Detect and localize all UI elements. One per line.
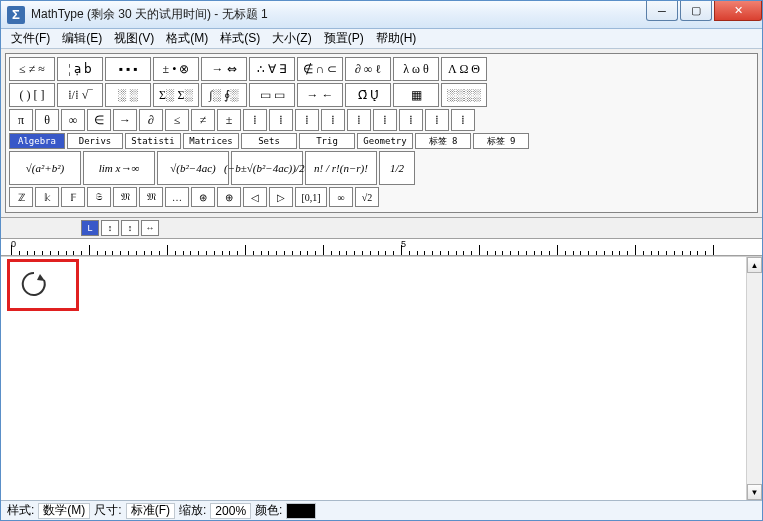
expr-quadratic[interactable]: (−b±√(b²−4ac))/2a	[231, 151, 303, 185]
sym-triangleright[interactable]: ▷	[269, 187, 293, 207]
palette-embellish[interactable]: ▪ ▪ ▪	[105, 57, 151, 81]
sym-oplus[interactable]: ⊕	[217, 187, 241, 207]
minimize-button[interactable]: ─	[646, 1, 678, 21]
sym-theta[interactable]: θ	[35, 109, 59, 131]
sym-circledast[interactable]: ⊛	[191, 187, 215, 207]
sym-slot9[interactable]: ⁞	[451, 109, 475, 131]
sym-frk-m2[interactable]: 𝔐	[139, 187, 163, 207]
status-color-value[interactable]	[286, 503, 316, 519]
palette-greek-lower[interactable]: λ ω θ	[393, 57, 439, 81]
sym-pi[interactable]: π	[9, 109, 33, 131]
sym-frk-s[interactable]: 𝔖	[87, 187, 111, 207]
tab-8[interactable]: 标签 8	[415, 133, 471, 149]
palette-relational[interactable]: ≤ ≠ ≈	[9, 57, 55, 81]
symbol-toolbox: ≤ ≠ ≈ ¦ ạ ḃ ▪ ▪ ▪ ± • ⊗ → ⇔ ∴ ∀ ∃ ∉ ∩ ⊂ …	[5, 53, 758, 213]
tab-trig[interactable]: Trig	[299, 133, 355, 149]
status-zoom-value[interactable]: 200%	[210, 503, 251, 519]
sym-infinity[interactable]: ∞	[61, 109, 85, 131]
small-tab-2[interactable]: ↕	[101, 220, 119, 236]
expr-combination[interactable]: n! / r!(n−r)!	[305, 151, 377, 185]
menu-file[interactable]: 文件(F)	[5, 28, 56, 49]
sym-bbz[interactable]: ℤ	[9, 187, 33, 207]
menu-format[interactable]: 格式(M)	[160, 28, 214, 49]
template-fences[interactable]: ( ) [ ]	[9, 83, 55, 107]
palette-row-5: ℤ 𝕜 𝔽 𝔖 𝔐 𝔐 … ⊛ ⊕ ◁ ▷ [0,1] ∞ √2	[9, 187, 754, 207]
status-style-label: 样式:	[5, 502, 36, 519]
template-products[interactable]: Ω̄ Ų́	[345, 83, 391, 107]
tab-algebra[interactable]: Algebra	[9, 133, 65, 149]
template-integrals[interactable]: ∫░ ∮░	[201, 83, 247, 107]
status-style-value[interactable]: 数学(M)	[38, 503, 90, 519]
sym-dots[interactable]: …	[165, 187, 189, 207]
template-boxes[interactable]: ░░░░	[441, 83, 487, 107]
sym-triangleleft[interactable]: ◁	[243, 187, 267, 207]
titlebar: Σ MathType (剩余 30 天的试用时间) - 无标题 1 ─ ▢ ✕	[1, 1, 762, 29]
expr-limit[interactable]: lim x→∞	[83, 151, 155, 185]
scroll-down-icon[interactable]: ▼	[747, 484, 762, 500]
palette-set-theory[interactable]: ∉ ∩ ⊂	[297, 57, 343, 81]
sym-partial[interactable]: ∂	[139, 109, 163, 131]
palette-misc[interactable]: ∂ ∞ ℓ	[345, 57, 391, 81]
sym-neq[interactable]: ≠	[191, 109, 215, 131]
palette-spaces[interactable]: ¦ ạ ḃ	[57, 57, 103, 81]
sym-frk-f[interactable]: 𝔽	[61, 187, 85, 207]
sym-leq[interactable]: ≤	[165, 109, 189, 131]
scroll-track[interactable]	[747, 273, 762, 484]
palette-logic[interactable]: ∴ ∀ ∃	[249, 57, 295, 81]
sym-slot1[interactable]: ⁞	[243, 109, 267, 131]
sym-slot6[interactable]: ⁞	[373, 109, 397, 131]
status-size-value[interactable]: 标准(F)	[126, 503, 175, 519]
sym-infinity-2[interactable]: ∞	[329, 187, 353, 207]
template-sums[interactable]: Σ░ Σ░	[153, 83, 199, 107]
sym-slot5[interactable]: ⁞	[347, 109, 371, 131]
tab-statistics[interactable]: Statisti	[125, 133, 181, 149]
tab-sets[interactable]: Sets	[241, 133, 297, 149]
equation-rotate-glyph	[19, 269, 49, 299]
small-tab-1[interactable]: L	[81, 220, 99, 236]
palette-arrows[interactable]: → ⇔	[201, 57, 247, 81]
template-labeled-arrows[interactable]: → ←	[297, 83, 343, 107]
tab-derivs[interactable]: Derivs	[67, 133, 123, 149]
sym-slot8[interactable]: ⁞	[425, 109, 449, 131]
expr-discriminant[interactable]: √(b²−4ac)	[157, 151, 229, 185]
vertical-scrollbar[interactable]: ▲ ▼	[746, 257, 762, 500]
statusbar: 样式: 数学(M) 尺寸: 标准(F) 缩放: 200% 颜色:	[1, 500, 762, 520]
ruler[interactable]: 0 5	[1, 238, 762, 256]
template-fractions[interactable]: ⁞/⁞ √‾	[57, 83, 103, 107]
equation-editor[interactable]	[1, 257, 746, 500]
sym-slot3[interactable]: ⁞	[295, 109, 319, 131]
palette-greek-upper[interactable]: Λ Ω Θ	[441, 57, 487, 81]
menu-help[interactable]: 帮助(H)	[370, 28, 423, 49]
palette-operators[interactable]: ± • ⊗	[153, 57, 199, 81]
menu-preset[interactable]: 预置(P)	[318, 28, 370, 49]
scroll-up-icon[interactable]: ▲	[747, 257, 762, 273]
template-matrices[interactable]: ▦	[393, 83, 439, 107]
palette-row-1: ≤ ≠ ≈ ¦ ạ ḃ ▪ ▪ ▪ ± • ⊗ → ⇔ ∴ ∀ ∃ ∉ ∩ ⊂ …	[9, 57, 754, 81]
menu-view[interactable]: 视图(V)	[108, 28, 160, 49]
tab-9[interactable]: 标签 9	[473, 133, 529, 149]
sym-pm[interactable]: ±	[217, 109, 241, 131]
small-tab-3[interactable]: ↕	[121, 220, 139, 236]
expr-sqrt-sum-squares[interactable]: √(a²+b²)	[9, 151, 81, 185]
sym-sqrt2[interactable]: √2	[355, 187, 379, 207]
sym-in[interactable]: ∈	[87, 109, 111, 131]
close-button[interactable]: ✕	[714, 1, 762, 21]
sym-slot4[interactable]: ⁞	[321, 109, 345, 131]
tab-matrices[interactable]: Matrices	[183, 133, 239, 149]
template-bars[interactable]: ▭ ▭	[249, 83, 295, 107]
sym-interval[interactable]: [0,1]	[295, 187, 327, 207]
palette-row-3: π θ ∞ ∈ → ∂ ≤ ≠ ± ⁞ ⁞ ⁞ ⁞ ⁞ ⁞ ⁞ ⁞ ⁞	[9, 109, 754, 131]
sym-slot7[interactable]: ⁞	[399, 109, 423, 131]
tab-geometry[interactable]: Geometry	[357, 133, 413, 149]
small-tab-4[interactable]: ↔	[141, 220, 159, 236]
sym-frk-m[interactable]: 𝔐	[113, 187, 137, 207]
menu-edit[interactable]: 编辑(E)	[56, 28, 108, 49]
template-scripts[interactable]: ░ ░	[105, 83, 151, 107]
sym-rightarrow[interactable]: →	[113, 109, 137, 131]
maximize-button[interactable]: ▢	[680, 1, 712, 21]
expr-half[interactable]: 1/2	[379, 151, 415, 185]
menu-size[interactable]: 大小(Z)	[266, 28, 317, 49]
menu-style[interactable]: 样式(S)	[214, 28, 266, 49]
sym-frk-k[interactable]: 𝕜	[35, 187, 59, 207]
sym-slot2[interactable]: ⁞	[269, 109, 293, 131]
